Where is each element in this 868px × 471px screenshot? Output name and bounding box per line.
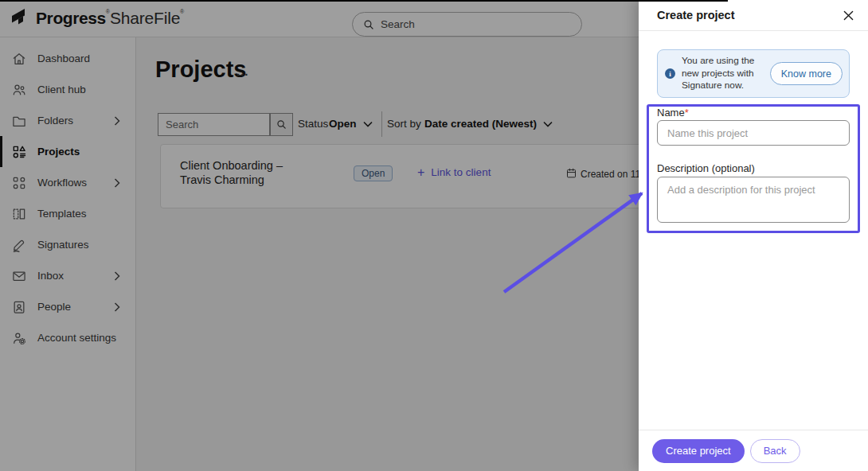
top-edge-strip xyxy=(0,0,728,2)
close-icon xyxy=(843,10,854,21)
project-description-input[interactable] xyxy=(657,177,850,223)
name-label-text: Name xyxy=(657,107,685,119)
banner-text: You are using the new projects with Sign… xyxy=(682,55,764,92)
screen: Progress®ShareFile® Dashboard xyxy=(0,0,868,471)
create-project-drawer: Create project i You are using the new p… xyxy=(639,0,868,471)
create-project-button[interactable]: Create project xyxy=(652,439,745,463)
info-icon: i xyxy=(665,68,675,79)
drawer-header: Create project xyxy=(639,0,868,31)
description-field-label: Description (optional) xyxy=(657,162,755,174)
modal-overlay[interactable] xyxy=(0,0,639,471)
drawer-title: Create project xyxy=(657,9,735,21)
back-button[interactable]: Back xyxy=(750,439,800,463)
know-more-button[interactable]: Know more xyxy=(770,62,843,85)
name-field-label: Name* xyxy=(657,107,689,119)
required-asterisk: * xyxy=(685,107,689,119)
close-button[interactable] xyxy=(842,9,854,21)
signature-info-banner: i You are using the new projects with Si… xyxy=(657,49,850,98)
drawer-footer: Create project Back xyxy=(639,430,868,471)
project-name-input[interactable] xyxy=(657,120,850,146)
